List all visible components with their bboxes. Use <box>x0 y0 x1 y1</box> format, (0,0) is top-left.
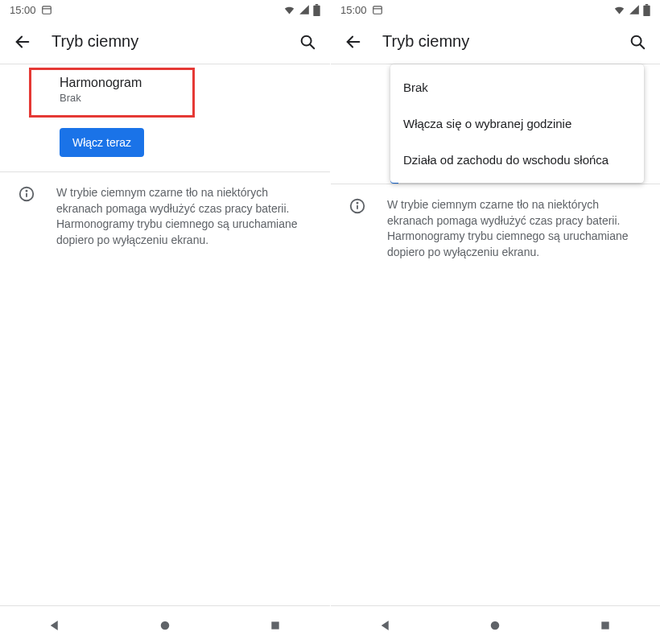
schedule-setting-row[interactable]: Harmonogram Brak <box>0 64 330 115</box>
search-icon[interactable] <box>625 29 650 55</box>
screen-left: 15:00 Tryb ciemny Harmono <box>0 0 330 644</box>
status-bar: 15:00 <box>331 0 660 19</box>
content-area: Brak Włącza się o wybranej godzinie Dzia… <box>331 64 660 605</box>
info-icon <box>349 197 368 217</box>
status-time: 15:00 <box>340 4 367 16</box>
battery-icon <box>643 4 650 16</box>
page-title: Tryb ciemny <box>52 32 278 51</box>
search-icon[interactable] <box>295 29 320 55</box>
page-title: Tryb ciemny <box>382 32 608 51</box>
nav-home-icon[interactable] <box>146 606 184 645</box>
nav-bar <box>0 605 330 644</box>
dropdown-option-none[interactable]: Brak <box>390 69 644 105</box>
svg-rect-14 <box>643 5 650 15</box>
svg-rect-11 <box>271 621 278 629</box>
back-icon[interactable] <box>10 29 35 55</box>
info-text: W trybie ciemnym czarne tło na niektóryc… <box>56 185 316 248</box>
content-area: Harmonogram Brak Włącz teraz W trybie ci… <box>0 64 330 605</box>
svg-rect-15 <box>646 4 648 6</box>
screen-right: 15:00 Tryb ciemny Brak <box>330 0 660 644</box>
calendar-icon <box>41 4 52 15</box>
svg-rect-2 <box>313 5 320 15</box>
battery-icon <box>313 4 320 16</box>
svg-point-22 <box>491 621 500 630</box>
svg-point-10 <box>161 621 170 630</box>
nav-recent-icon[interactable] <box>586 606 625 645</box>
schedule-dropdown: Brak Włącza się o wybranej godzinie Dzia… <box>390 64 644 183</box>
schedule-value: Brak <box>60 92 317 104</box>
status-time: 15:00 <box>10 4 36 16</box>
schedule-title: Harmonogram <box>60 76 317 90</box>
svg-line-6 <box>310 43 314 47</box>
nav-back-icon[interactable] <box>35 606 74 645</box>
info-icon <box>18 185 37 204</box>
svg-rect-23 <box>601 621 608 629</box>
wifi-icon <box>613 4 625 16</box>
nav-back-icon[interactable] <box>366 606 405 645</box>
nav-home-icon[interactable] <box>476 606 514 645</box>
svg-point-9 <box>26 191 27 192</box>
signal-icon <box>629 4 640 15</box>
svg-rect-3 <box>316 4 318 6</box>
svg-line-18 <box>640 43 644 47</box>
nav-recent-icon[interactable] <box>256 606 295 645</box>
dropdown-option-sunset-sunrise[interactable]: Działa od zachodu do wschodu słońca <box>390 142 644 178</box>
svg-rect-12 <box>373 6 382 14</box>
svg-rect-0 <box>42 6 51 14</box>
back-icon[interactable] <box>340 29 366 55</box>
calendar-icon <box>372 4 383 15</box>
app-bar: Tryb ciemny <box>0 19 330 64</box>
nav-bar <box>331 605 660 644</box>
signal-icon <box>299 4 310 15</box>
turn-on-now-button[interactable]: Włącz teraz <box>60 128 144 157</box>
info-text: W trybie ciemnym czarne tło na niektóryc… <box>387 197 646 260</box>
info-row: W trybie ciemnym czarne tło na niektóryc… <box>331 184 660 273</box>
info-row: W trybie ciemnym czarne tło na niektóryc… <box>0 172 330 261</box>
status-bar: 15:00 <box>0 0 330 19</box>
wifi-icon <box>283 4 295 16</box>
app-bar: Tryb ciemny <box>331 19 660 64</box>
dropdown-option-custom-time[interactable]: Włącza się o wybranej godzinie <box>390 105 644 142</box>
svg-point-21 <box>357 203 357 204</box>
